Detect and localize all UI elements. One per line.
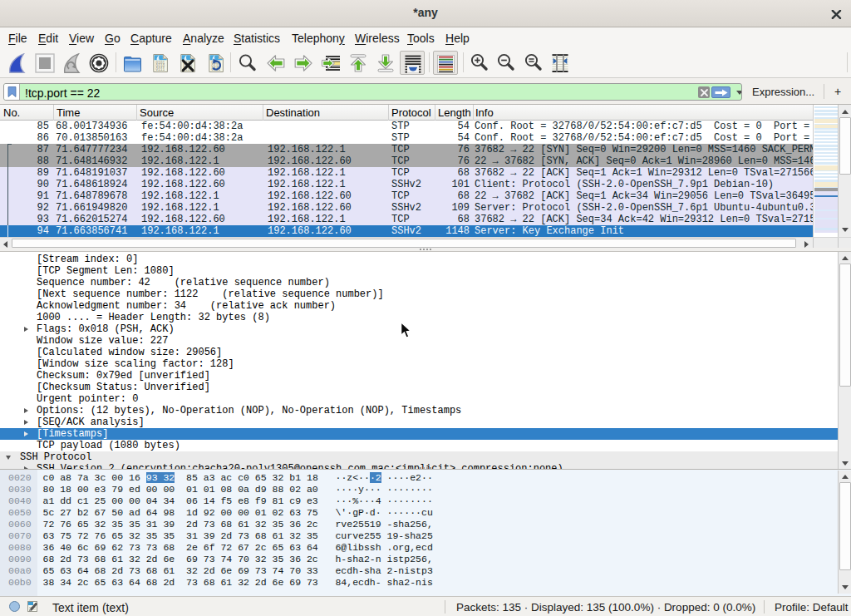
svg-text:0111: 0111: [155, 67, 165, 71]
